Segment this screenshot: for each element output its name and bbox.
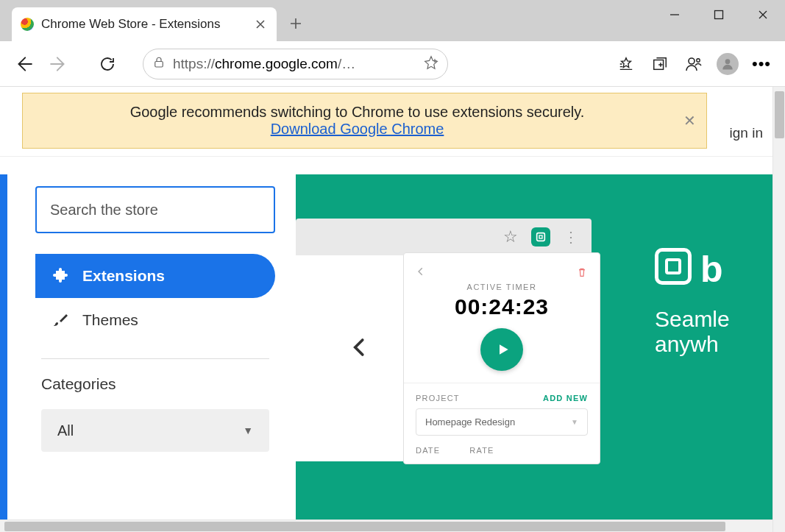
rate-label: RATE [469,446,494,455]
svg-rect-0 [715,11,723,19]
timer-popup: ACTIVE TIMER 00:24:23 PROJECT ADD NEW Ho… [403,252,600,464]
svg-rect-7 [539,235,542,238]
left-gutter [0,174,7,519]
popup-delete-icon[interactable] [576,266,588,281]
project-label: PROJECT [416,394,460,402]
account-avatar[interactable] [713,49,742,79]
date-label: DATE [416,446,440,455]
address-bar[interactable]: https://chrome.google.com/… [143,49,448,79]
brush-icon [51,311,69,329]
chevron-down-icon: ▼ [571,418,578,426]
banner-close-icon[interactable]: ✕ [683,112,696,130]
horizontal-scrollbar[interactable] [0,519,772,532]
lock-icon [152,56,166,72]
download-chrome-link[interactable]: Download Google Chrome [271,121,444,137]
hero-kebab-icon: ⋮ [564,234,578,240]
svg-point-5 [725,59,731,64]
search-store-input[interactable]: Search the store [35,186,275,233]
svg-rect-1 [155,61,163,67]
project-select[interactable]: Homepage Redesign ▼ [416,408,588,436]
browser-tab[interactable]: Chrome Web Store - Extensions [12,7,277,41]
sidebar-item-themes[interactable]: Themes [35,298,275,342]
hero-brand-panel: b Seamle anywh [655,248,772,357]
popup-back-icon[interactable] [416,266,426,280]
svg-rect-6 [537,233,545,241]
chrome-favicon [21,18,34,31]
hero-star-icon: ☆ [503,227,518,247]
chevron-down-icon: ▼ [243,425,253,436]
category-select[interactable]: All ▼ [41,409,269,452]
minimize-button[interactable] [653,0,697,29]
chrome-recommendation-banner: Google recommends switching to Chrome to… [22,93,707,149]
project-value: Homepage Redesign [425,416,515,428]
brand-logo-icon [655,248,692,285]
favorites-list-icon[interactable] [611,49,641,79]
extensions-label: Extensions [82,267,165,285]
hero-extension-icon [531,227,550,247]
favorite-star-icon[interactable] [424,55,438,73]
tab-title: Chrome Web Store - Extensions [41,17,247,32]
sidebar-item-extensions[interactable]: Extensions [35,254,275,298]
svg-point-4 [697,58,700,61]
profile-icon[interactable] [679,49,708,79]
brand-tagline-2: anywh [655,332,772,357]
maximize-button[interactable] [697,0,741,29]
page-content: Google recommends switching to Chrome to… [0,87,785,532]
url-text: https://chrome.google.com/… [173,56,416,72]
sidebar-separator [41,358,269,359]
hero-browser-toolbar: ☆ ⋮ [296,219,592,255]
sidebar: Search the store Extensions Themes Categ… [7,174,287,519]
categories-title: Categories [41,375,287,393]
hero-carousel: ☆ ⋮ ACTIVE TIMER 00:24:23 PROJECT ADD NE… [296,174,772,519]
banner-text: Google recommends switching to Chrome to… [38,104,677,121]
settings-menu-button[interactable]: ••• [747,49,776,79]
back-button[interactable] [9,49,38,79]
puzzle-icon [51,267,69,285]
window-controls [653,0,785,29]
svg-point-3 [689,58,695,64]
themes-label: Themes [82,311,138,329]
brand-letter: b [700,248,723,291]
carousel-prev-button[interactable] [349,333,371,365]
vertical-scrollbar[interactable] [772,87,785,532]
forward-button [44,49,74,79]
play-button[interactable] [480,328,523,371]
new-tab-button[interactable] [287,15,305,32]
brand-tagline-1: Seamle [655,307,772,332]
collections-icon[interactable] [645,49,675,79]
browser-toolbar: https://chrome.google.com/… ••• [0,41,785,87]
sign-in-link[interactable]: ign in [730,125,763,141]
add-new-link[interactable]: ADD NEW [543,394,588,402]
active-timer-label: ACTIVE TIMER [416,283,588,291]
category-selected-value: All [57,422,74,439]
close-window-button[interactable] [741,0,785,29]
window-titlebar: Chrome Web Store - Extensions [0,0,785,41]
refresh-button[interactable] [93,49,122,79]
close-tab-icon[interactable] [255,18,266,30]
timer-value: 00:24:23 [416,294,588,319]
